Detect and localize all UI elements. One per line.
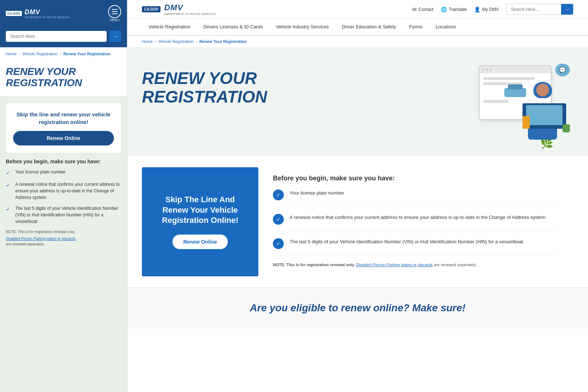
dmv-logo-text-mobile: DMV — [25, 8, 40, 16]
laptop-screen — [526, 105, 563, 125]
breadcrumb-sep-2-desktop: › — [196, 39, 197, 44]
person-illustration — [519, 84, 566, 156]
browser-line-1 — [483, 77, 535, 80]
coffee-cup-illustration — [563, 124, 570, 132]
desktop-check-text-3: The last 5 digits of your Vehicle Identi… — [290, 238, 523, 246]
desktop-top-actions: ✉ Contact 🌐 Translate 👤 My DMV → — [412, 4, 573, 15]
mobile-check-text-2: A renewal notice that confirms your curr… — [15, 181, 121, 201]
check-icon-2: ✓ — [6, 181, 12, 189]
dmv-logo-mobile: DMV DEPARTMENT OF MOTOR VEHICLES — [25, 8, 70, 19]
desktop-before-title: Before you begin, make sure you have: — [273, 175, 559, 182]
breadcrumb-sep-1-mobile: › — [19, 52, 20, 56]
desktop-search-button[interactable]: → — [561, 4, 573, 15]
parking-suffix-desktop: are renewed separately. — [434, 263, 476, 267]
nav-item-forms[interactable]: Forms — [402, 19, 429, 36]
chat-bubble-illustration: 💬 — [555, 64, 570, 76]
mobile-search-button[interactable]: → — [110, 31, 121, 42]
check-icon-3: ✓ — [6, 205, 12, 213]
mobile-menu-button[interactable] — [108, 5, 121, 18]
hamburger-line-3 — [112, 13, 118, 14]
check-circle-1: ✓ — [273, 189, 284, 200]
breadcrumb-home-desktop[interactable]: Home — [142, 39, 152, 44]
note-label-desktop: NOTE: This is for registration renewal o… — [273, 263, 355, 267]
desktop-note: NOTE: This is for registration renewal o… — [273, 263, 559, 267]
desktop-check-text-2: A renewal notice that confirms your curr… — [290, 214, 545, 221]
mobile-check-item-2: ✓ A renewal notice that confirms your cu… — [6, 181, 121, 201]
check-circle-3: ✓ — [273, 238, 284, 249]
desktop-breadcrumb: Home › Vehicle Registration › Renew Your… — [127, 36, 588, 47]
menu-label: MENU — [108, 18, 121, 22]
desktop-info-section: Skip The Line And Renew Your Vehicle Reg… — [127, 156, 588, 287]
translate-label: Translate — [449, 7, 467, 12]
parking-link-desktop[interactable]: Disabled Person Parking plates or placar… — [356, 263, 433, 267]
desktop-hero-title: RENEW YOUR REGISTRATION — [142, 62, 317, 106]
mobile-search-bar: → — [0, 27, 127, 47]
mobile-check-text-3: The last 5 digits of your Vehicle Identi… — [15, 205, 121, 225]
mobile-note: NOTE: This is for registration renewal o… — [6, 229, 121, 247]
nav-item-locations[interactable]: Locations — [429, 19, 462, 36]
note-text-mobile: NOTE: This is for registration renewal o… — [6, 230, 75, 234]
nav-item-driver-education[interactable]: Driver Education & Safety — [335, 19, 402, 36]
contact-icon: ✉ — [412, 7, 417, 12]
desktop-search-bar: → — [506, 4, 573, 15]
translate-link[interactable]: 🌐 Translate — [441, 7, 467, 12]
eligible-title: Are you eligible to renew online? Make s… — [142, 302, 573, 314]
desktop-panel: CA.GOV DMV DEPARTMENT OF MOTOR VEHICLES … — [127, 0, 588, 392]
browser-dot-1 — [482, 69, 485, 71]
mobile-before-title: Before you begin, make sure you have: — [6, 159, 121, 164]
breadcrumb-vehicle-reg-mobile[interactable]: Vehicle Registration — [22, 52, 57, 56]
browser-top-bar — [480, 66, 551, 73]
my-dmv-link[interactable]: 👤 My DMV — [474, 7, 499, 12]
menu-button-area[interactable]: MENU — [108, 5, 121, 22]
desktop-logo-area: CA.GOV DMV DEPARTMENT OF MOTOR VEHICLES — [142, 3, 216, 16]
mobile-check-item-3: ✓ The last 5 digits of your Vehicle Iden… — [6, 205, 121, 225]
mobile-breadcrumb: Home › Vehicle Registration › Renew Your… — [0, 47, 127, 60]
desktop-top-bar: CA.GOV DMV DEPARTMENT OF MOTOR VEHICLES … — [127, 0, 588, 19]
my-dmv-label: My DMV — [482, 7, 499, 12]
eligible-section: Are you eligible to renew online? Make s… — [127, 287, 588, 328]
dmv-logo-desktop: DMV — [164, 3, 183, 12]
dmv-subtitle-mobile: DEPARTMENT OF MOTOR VEHICLES — [25, 16, 70, 19]
check-circle-2: ✓ — [273, 214, 284, 225]
check-icon-1: ✓ — [6, 169, 12, 177]
browser-line-3 — [483, 100, 509, 103]
nav-item-vehicle-registration[interactable]: Vehicle Registration — [142, 19, 197, 36]
mobile-panel: CA.GOV DMV DEPARTMENT OF MOTOR VEHICLES … — [0, 0, 127, 392]
mobile-skip-title: Skip the line and renew your vehicle reg… — [13, 111, 114, 126]
hero-illustration: 💬 🌿 — [435, 62, 573, 156]
mobile-content-area: Skip the line and renew your vehicle reg… — [0, 96, 127, 392]
mobile-skip-box: Skip the line and renew your vehicle reg… — [6, 103, 121, 153]
breadcrumb-sep-1-desktop: › — [155, 39, 156, 44]
desktop-renew-button[interactable]: Renew Online — [172, 235, 228, 249]
parking-suffix-mobile: are renewed separately. — [6, 242, 45, 246]
breadcrumb-sep-2-mobile: › — [60, 52, 61, 56]
mobile-logo-area: CA.GOV DMV DEPARTMENT OF MOTOR VEHICLES — [6, 8, 69, 19]
breadcrumb-current-mobile: Renew Your Registration — [63, 52, 111, 56]
dmv-logo-desktop-wrap: DMV DEPARTMENT OF MOTOR VEHICLES — [164, 3, 215, 16]
desktop-hero: RENEW YOUR REGISTRATION 💬 🌿 — [127, 47, 588, 156]
mobile-header: CA.GOV DMV DEPARTMENT OF MOTOR VEHICLES … — [0, 0, 127, 27]
ca-gov-badge: CA.GOV — [6, 11, 22, 16]
hamburger-line-1 — [112, 9, 118, 10]
nav-item-drivers-licenses[interactable]: Drivers Licenses & ID Cards — [197, 19, 269, 36]
translate-icon: 🌐 — [441, 7, 447, 12]
contact-link[interactable]: ✉ Contact — [412, 7, 433, 12]
desktop-check-row-2: ✓ A renewal notice that confirms your cu… — [273, 214, 559, 231]
desktop-nav: Vehicle Registration Drivers Licenses & … — [127, 19, 588, 36]
desktop-search-input[interactable] — [506, 5, 561, 14]
desktop-check-row-3: ✓ The last 5 digits of your Vehicle Iden… — [273, 238, 559, 255]
info-blue-box: Skip The Line And Renew Your Vehicle Reg… — [142, 167, 258, 276]
mobile-renew-button[interactable]: Renew Online — [13, 131, 114, 145]
mobile-page-title: RENEW YOUR REGISTRATION — [0, 60, 127, 96]
desktop-before-section: Before you begin, make sure you have: ✓ … — [258, 167, 573, 276]
breadcrumb-home-mobile[interactable]: Home — [6, 52, 16, 56]
user-icon: 👤 — [474, 7, 480, 12]
hamburger-line-2 — [112, 11, 118, 12]
mobile-search-input[interactable] — [6, 31, 107, 42]
nav-item-vehicle-industry[interactable]: Vehicle Industry Services — [269, 19, 335, 36]
desktop-check-row-1: ✓ Your license plate number — [273, 189, 559, 207]
parking-link-mobile[interactable]: Disabled Person Parking plates or placar… — [6, 236, 121, 241]
mobile-check-item-1: ✓ Your license plate number — [6, 169, 121, 177]
breadcrumb-vehicle-reg-desktop[interactable]: Vehicle Registration — [158, 39, 194, 44]
person-head — [536, 84, 549, 96]
